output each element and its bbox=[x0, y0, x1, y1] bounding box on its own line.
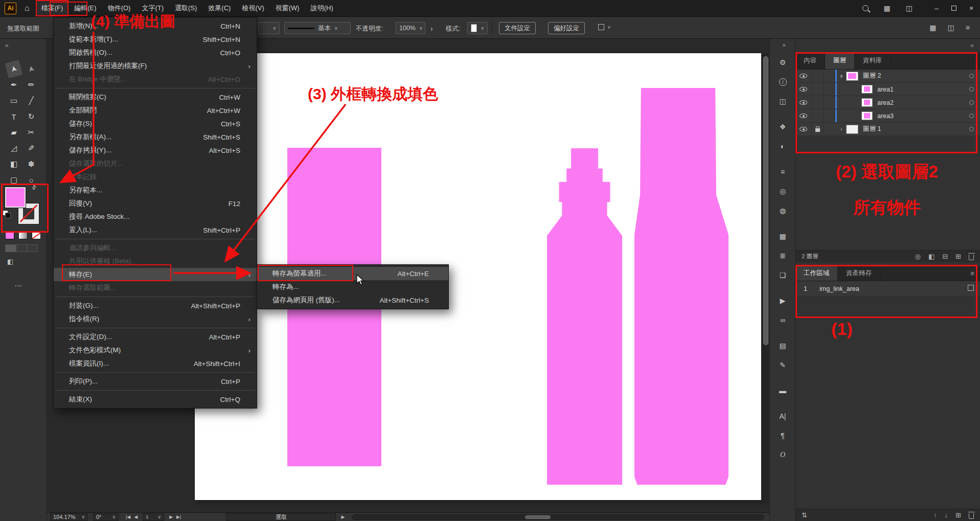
document-setup-button[interactable]: 文件設定 bbox=[499, 22, 536, 34]
zoom-dropdown[interactable]: 104.17% ∨ bbox=[50, 513, 88, 521]
visibility-toggle[interactable] bbox=[795, 96, 812, 109]
fill-swatch[interactable] bbox=[5, 187, 26, 208]
collapse-toolbar-icon[interactable]: « bbox=[5, 42, 9, 49]
file-menu-item[interactable]: 打開最近使用過的檔案(F) › bbox=[54, 59, 257, 73]
eraser-tool[interactable]: ▰ bbox=[6, 125, 21, 140]
visibility-toggle[interactable] bbox=[795, 70, 812, 82]
first-artboard-icon[interactable]: |◀ bbox=[126, 514, 130, 519]
layer-name[interactable]: area3 bbox=[877, 112, 894, 120]
file-menu-item[interactable]: 列印(P)... Ctrl+P bbox=[54, 375, 257, 388]
file-menu-item[interactable]: 邀請參與編輯... bbox=[54, 241, 257, 255]
scissors-tool[interactable]: ✂ bbox=[24, 125, 39, 140]
layer-row[interactable]: area3 bbox=[795, 109, 980, 123]
new-artboard-icon[interactable]: ⊞ bbox=[955, 511, 961, 519]
vertical-scrollbar[interactable] bbox=[762, 53, 769, 503]
style-dropdown[interactable]: ∨ bbox=[467, 22, 488, 34]
color-icon[interactable]: ◐ bbox=[770, 140, 795, 152]
menu-item[interactable]: 效果(C) bbox=[202, 0, 236, 16]
line-segment-tool[interactable]: ╱ bbox=[24, 94, 39, 108]
target-circle-icon[interactable] bbox=[969, 74, 974, 78]
file-menu-item[interactable]: 結束(X) Ctrl+Q bbox=[54, 393, 257, 406]
file-menu-item[interactable]: 儲存(S) Ctrl+S bbox=[54, 117, 257, 130]
panel-tab[interactable]: 資料庫 bbox=[855, 52, 891, 69]
selection-tool[interactable]: ➤ bbox=[5, 60, 23, 78]
direct-selection-tool[interactable]: ➤ bbox=[22, 60, 40, 78]
screens-icon[interactable]: ▤ bbox=[770, 339, 795, 352]
artboard-icon[interactable] bbox=[968, 285, 974, 292]
menu-item[interactable]: 視窗(W) bbox=[270, 0, 305, 16]
eyedropper-tool[interactable]: ✎ bbox=[24, 141, 39, 155]
draw-modes-control[interactable] bbox=[5, 244, 38, 252]
more-tools-icon[interactable]: ⋯ bbox=[14, 281, 22, 290]
panel-menu-icon[interactable]: ≡ bbox=[965, 266, 980, 281]
prev-artboard-icon[interactable]: ◀ bbox=[134, 514, 138, 519]
file-menu-item[interactable]: 另存新檔(A)... Shift+Ctrl+S bbox=[54, 130, 257, 144]
swatches-icon[interactable]: ▦ bbox=[770, 230, 795, 242]
artboard-tool[interactable]: ▢ bbox=[6, 173, 21, 187]
gradient-button[interactable] bbox=[18, 231, 28, 239]
opacity-more-icon[interactable]: › bbox=[430, 25, 433, 33]
minimize-button[interactable]: – bbox=[928, 0, 945, 17]
move-down-icon[interactable]: ↓ bbox=[945, 511, 948, 519]
pink-bottle-large-shape[interactable] bbox=[634, 88, 728, 485]
layer-thumbnail[interactable] bbox=[861, 85, 873, 94]
rotation-dropdown[interactable]: 0° ∨ bbox=[93, 513, 119, 521]
submenu-item[interactable]: 儲存為網頁用 (舊版)... Alt+Shift+Ctrl+S bbox=[257, 293, 448, 307]
collapse-panels-icon[interactable]: » bbox=[970, 42, 974, 49]
file-menu-item[interactable]: 轉存選取範圍... bbox=[54, 281, 257, 295]
vertical-scrollbar-thumb[interactable] bbox=[763, 56, 768, 345]
target-circle-icon[interactable] bbox=[969, 114, 974, 118]
file-menu-item[interactable]: 開啟舊檔(O)... Ctrl+O bbox=[54, 46, 257, 59]
info-icon[interactable]: i bbox=[770, 76, 795, 88]
new-layer-icon[interactable]: ⊞ bbox=[955, 253, 961, 260]
file-menu-item[interactable]: 從範本新增(T)... Shift+Ctrl+N bbox=[54, 33, 257, 46]
layer-name[interactable]: 圖層 2 bbox=[863, 72, 881, 80]
artboard-row[interactable]: 1 img_link_area bbox=[795, 281, 980, 297]
status-play-icon[interactable]: ▶ bbox=[341, 514, 345, 519]
file-menu-item[interactable]: 置入(L)... Shift+Ctrl+P bbox=[54, 223, 257, 237]
expand-panels-icon[interactable]: » bbox=[782, 41, 786, 49]
color-button[interactable] bbox=[5, 231, 14, 239]
pen-tool[interactable]: ✒ bbox=[6, 78, 21, 92]
menu-item[interactable]: 說明(H) bbox=[305, 0, 339, 16]
file-menu-item[interactable]: 封裝(G)... Alt+Shift+Ctrl+P bbox=[54, 299, 257, 312]
document-layout-icon[interactable]: ◫ bbox=[948, 24, 954, 32]
file-menu-item[interactable]: 版本記錄 bbox=[54, 170, 257, 184]
arrange-dropdown[interactable]: ∨ bbox=[598, 24, 611, 30]
paragraph-icon[interactable]: ¶ bbox=[770, 429, 795, 442]
file-menu-item[interactable]: 儲存拷貝(Y)... Alt+Ctrl+S bbox=[54, 144, 257, 157]
reorder-icon[interactable]: ⇅ bbox=[802, 511, 807, 519]
default-swatches-icon[interactable] bbox=[3, 211, 8, 215]
symbol-sprayer-tool[interactable]: ✽ bbox=[24, 157, 39, 171]
new-sublayer-icon[interactable]: ⊟ bbox=[942, 253, 948, 260]
make-mask-icon[interactable]: ◧ bbox=[928, 253, 935, 260]
artboard-number-dropdown[interactable]: 1 ∨ bbox=[143, 513, 164, 521]
layer-name[interactable]: area1 bbox=[877, 86, 894, 93]
panel-tab[interactable]: 工作區域 bbox=[795, 266, 838, 281]
layer-row[interactable]: › 圖層 1 bbox=[795, 123, 980, 136]
expand-chevron-icon[interactable]: ∨ bbox=[837, 73, 846, 79]
layer-name[interactable]: area2 bbox=[877, 99, 894, 106]
brushes-icon[interactable]: ✎ bbox=[770, 359, 795, 371]
file-menu-item[interactable]: 關閉檔案(C) Ctrl+W bbox=[54, 90, 257, 104]
panel-tab[interactable]: 內容 bbox=[795, 52, 825, 69]
visibility-toggle[interactable] bbox=[795, 83, 812, 96]
artboard-name[interactable]: img_link_area bbox=[819, 285, 859, 292]
panel-tab[interactable]: 圖層 bbox=[825, 52, 855, 69]
panel-tab[interactable]: 資產轉存 bbox=[838, 266, 880, 281]
lock-toggle[interactable] bbox=[812, 123, 824, 135]
stroke-profile-dropdown[interactable]: ∨ bbox=[258, 22, 280, 34]
actions-icon[interactable]: ▶ bbox=[770, 295, 795, 307]
gear-icon[interactable]: ⚙ bbox=[770, 56, 795, 69]
screen-mode-icon[interactable]: ◧ bbox=[7, 258, 13, 265]
preferences-button[interactable]: 偏好設定 bbox=[548, 22, 585, 34]
workspace-switcher-icon[interactable]: ◫ bbox=[906, 4, 913, 12]
layer-row[interactable]: area1 bbox=[795, 83, 980, 96]
menu-item[interactable]: 檢視(V) bbox=[236, 0, 269, 16]
libraries-icon[interactable]: ❏ bbox=[770, 269, 795, 281]
layer-thumbnail[interactable] bbox=[861, 98, 873, 107]
opentype-icon[interactable]: O bbox=[770, 449, 795, 461]
target-circle-icon[interactable] bbox=[969, 87, 974, 92]
delete-layer-button[interactable] bbox=[969, 253, 974, 260]
none-button[interactable] bbox=[32, 231, 41, 239]
